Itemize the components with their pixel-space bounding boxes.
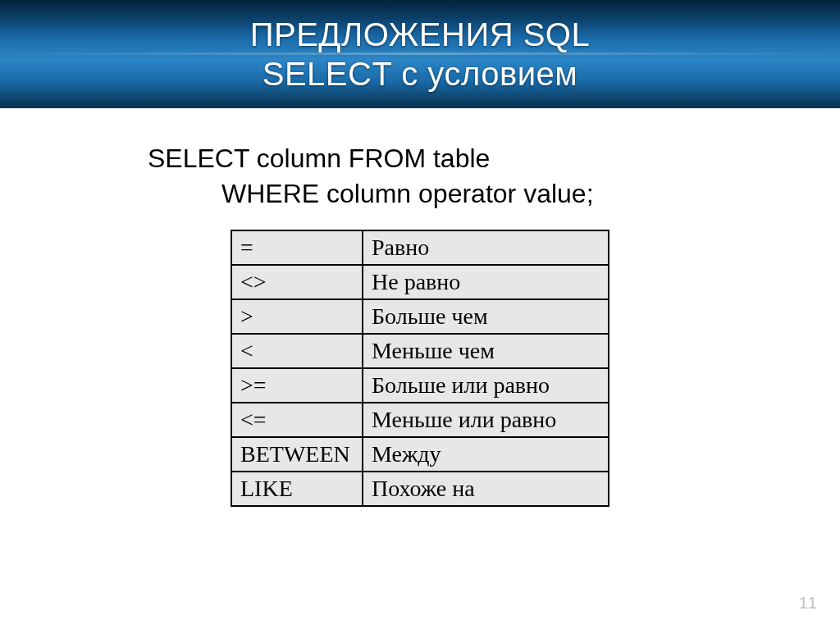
table-row: <= Меньше или равно [231,403,609,437]
sql-syntax: SELECT column FROM table WHERE column op… [148,141,791,212]
table-row: < Меньше чем [231,334,609,368]
operator-cell: < [231,334,363,368]
description-cell: Больше или равно [363,368,609,403]
table-row: >= Больше или равно [231,368,609,403]
slide: ПРЕДЛОЖЕНИЯ SQL SELECT с условием SELECT… [0,0,840,629]
operators-table: = Равно <> Не равно > Больше чем < Меньш… [231,230,609,507]
title-line-2: SELECT с условием [250,54,590,93]
table-row: BETWEEN Между [231,437,609,472]
page-number: 11 [799,594,817,613]
description-cell: Меньше чем [363,334,609,368]
table-row: LIKE Похоже на [231,472,609,506]
operator-cell: > [231,299,363,334]
sql-line-2: WHERE column operator value; [148,176,791,212]
operator-cell: <> [231,265,363,299]
slide-body: SELECT column FROM table WHERE column op… [0,108,840,507]
operator-cell: <= [231,403,363,437]
slide-header: ПРЕДЛОЖЕНИЯ SQL SELECT с условием [0,0,840,108]
description-cell: Равно [363,230,609,265]
operator-cell: BETWEEN [231,437,363,472]
table-row: = Равно [231,230,609,265]
title-line-1: ПРЕДЛОЖЕНИЯ SQL [250,15,590,54]
operator-cell: = [231,230,363,265]
description-cell: Не равно [363,265,609,299]
table-row: > Больше чем [231,299,609,334]
description-cell: Похоже на [363,472,609,506]
header-accent-line [0,52,840,55]
description-cell: Между [363,437,609,472]
operator-cell: LIKE [231,472,363,506]
table-row: <> Не равно [231,265,609,299]
description-cell: Меньше или равно [363,403,609,437]
sql-line-1: SELECT column FROM table [148,141,791,176]
operators-table-wrap: = Равно <> Не равно > Больше чем < Меньш… [49,230,791,507]
description-cell: Больше чем [363,299,609,334]
operator-cell: >= [231,368,363,403]
